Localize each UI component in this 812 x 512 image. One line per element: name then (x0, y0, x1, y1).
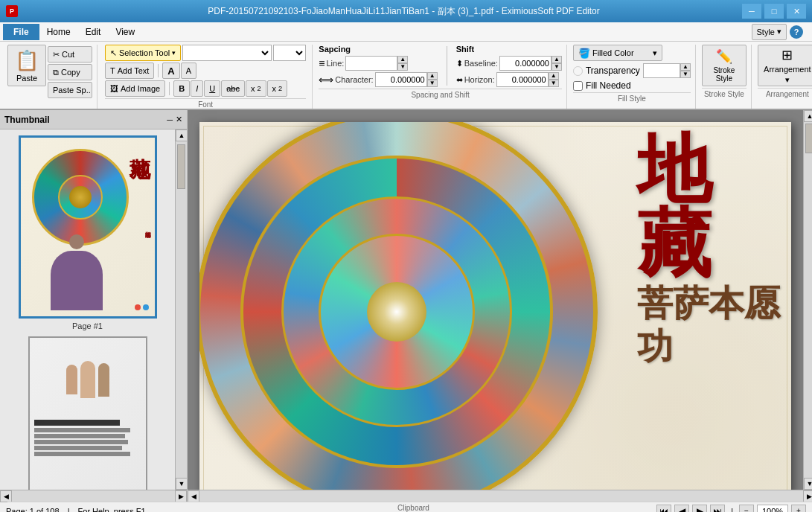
text-icon: T (110, 66, 115, 75)
add-image-button[interactable]: 🖼 Add Image (105, 80, 165, 97)
mandala-container (199, 122, 639, 490)
copy-label: Copy (61, 68, 80, 77)
shift-label: Shift (456, 45, 562, 54)
page2-image: 目录 (28, 336, 147, 490)
character-input[interactable]: 0.000000 (375, 72, 427, 87)
thumbnail-controls: ─ ✕ (167, 115, 182, 124)
cut-button[interactable]: ✂ Cut (48, 46, 92, 63)
maximize-button[interactable]: □ (764, 4, 784, 19)
baseline-input[interactable]: 0.000000 (499, 56, 552, 71)
horizon-down-button[interactable]: ▼ (549, 80, 559, 87)
fill-needed-checkbox[interactable] (573, 81, 583, 91)
copy-button[interactable]: ⧉ Copy (48, 64, 92, 80)
superscript-button[interactable]: x2 (267, 80, 288, 97)
paste-special-button[interactable]: Paste Sp.. (48, 82, 92, 98)
thumbnail-page2[interactable]: 目录 (6, 336, 169, 490)
paste-button[interactable]: 📋 Paste (7, 45, 46, 86)
main-scroll-up[interactable]: ▲ (804, 110, 812, 122)
copy-icon: ⧉ (53, 68, 59, 77)
style-dropdown-button[interactable]: Style ▾ (752, 24, 787, 40)
stroke-style-group: ✏️ StrokeStyle Stroke Style (697, 45, 752, 109)
spacing-group-label: Spacing and Shift (319, 89, 562, 99)
transparency-spinner: ▲ ▼ (643, 63, 691, 78)
cursor-icon: ↖ (110, 48, 117, 58)
thumb-scroll-up[interactable]: ▲ (176, 129, 187, 141)
thumb-h-left[interactable]: ◀ (0, 490, 12, 502)
selection-dropdown-arrow: ▾ (172, 49, 176, 57)
title-bar: P PDF-20150721092103-FoJiaoManHuaJiLi11J… (0, 0, 812, 22)
horizon-input[interactable]: 0.000000 (496, 72, 549, 87)
file-menu-button[interactable]: File (3, 24, 39, 40)
main-scroll-thumb[interactable] (805, 124, 812, 153)
stroke-style-button[interactable]: ✏️ StrokeStyle (702, 45, 747, 86)
filled-color-button[interactable]: 🪣 Filled Color ▾ (573, 45, 662, 61)
filled-color-content: 🪣 Filled Color (578, 48, 634, 59)
thumbnail-vscroll[interactable]: ▲ ▼ (175, 129, 187, 490)
thumbnail-panel: Thumbnail ─ ✕ 地藏 菩薩本願功德 (0, 110, 188, 502)
font-size-select[interactable] (273, 45, 306, 61)
fill-style-label: Fill Style (573, 92, 691, 103)
style-label: Style (757, 28, 775, 36)
minimize-button[interactable]: ─ (742, 4, 761, 19)
arrangement-icon: ⊞ (781, 47, 793, 63)
thumb-scroll-thumb[interactable] (177, 144, 185, 189)
font-family-select[interactable] (182, 45, 272, 61)
thumbnail-page1[interactable]: 地藏 菩薩本願功德 (6, 135, 169, 330)
paste-special-label: Paste Sp.. (53, 86, 91, 95)
page1-label: Page #1 (72, 321, 103, 330)
thumbnail-list: 地藏 菩薩本願功德 (0, 129, 175, 490)
selection-tool-button[interactable]: ↖ Selection Tool ▾ (105, 45, 181, 61)
add-image-label: Add Image (121, 84, 160, 93)
edit-group: ↖ Selection Tool ▾ T Add Text A A (99, 45, 313, 109)
transparency-up-button[interactable]: ▲ (680, 63, 691, 71)
thumb-scroll-down[interactable]: ▼ (176, 478, 187, 490)
character-up-button[interactable]: ▲ (427, 72, 438, 80)
baseline-up-button[interactable]: ▲ (552, 56, 562, 63)
transparency-radio[interactable] (573, 66, 583, 76)
main-scroll-track (804, 122, 812, 478)
thumbnail-close-button[interactable]: ✕ (176, 115, 182, 124)
subscript-button[interactable]: x2 (246, 80, 266, 97)
close-button[interactable]: ✕ (787, 4, 806, 19)
main-vscroll[interactable]: ▲ ▼ (803, 110, 812, 490)
line-up-button[interactable]: ▲ (397, 56, 408, 63)
baseline-spinner: 0.000000 ▲ ▼ (499, 56, 562, 71)
clipboard-label: Clipboard (7, 502, 812, 512)
cut-icon: ✂ (53, 50, 60, 60)
thumbnail-scroll-area: 地藏 菩薩本願功德 (0, 129, 187, 490)
main-h-right[interactable]: ▶ (803, 490, 812, 502)
mandala-outer (199, 122, 598, 490)
view-menu-item[interactable]: View (108, 24, 142, 40)
transparency-input[interactable] (643, 63, 680, 78)
add-text-button[interactable]: T Add Text (105, 63, 154, 79)
main-h-left[interactable]: ◀ (188, 490, 199, 502)
home-menu-item[interactable]: Home (39, 24, 78, 40)
edit-menu-item[interactable]: Edit (78, 24, 109, 40)
transparency-down-button[interactable]: ▼ (680, 71, 691, 78)
bold-button[interactable]: B (173, 80, 190, 97)
help-icon[interactable]: ? (790, 25, 803, 39)
thumbnail-pin-button[interactable]: ─ (167, 115, 173, 124)
ribbon-area: 📋 Paste ✂ Cut ⧉ Copy Paste Sp.. Clipboar… (0, 42, 812, 110)
italic-button[interactable]: I (191, 80, 203, 97)
clipboard-group: 📋 Paste ✂ Cut ⧉ Copy Paste Sp.. Clipboar… (3, 45, 97, 109)
increase-font-button[interactable]: A (162, 63, 179, 79)
image-icon: 🖼 (110, 84, 118, 93)
pdf-area[interactable]: 地 藏 菩萨本愿 功 (188, 110, 803, 490)
pdf-page: 地 藏 菩萨本愿 功 (199, 122, 791, 490)
underline-button[interactable]: U (204, 80, 220, 97)
line-input[interactable] (345, 56, 397, 71)
thumbnail-title: Thumbnail (4, 115, 50, 125)
arrangement-label: Arrangement (764, 65, 811, 74)
character-down-button[interactable]: ▼ (427, 80, 438, 87)
add-text-label: Add Text (118, 66, 150, 75)
thumb-h-right[interactable]: ▶ (175, 490, 187, 502)
strikethrough-button[interactable]: abc (221, 80, 245, 97)
arrangement-button[interactable]: ⊞ Arrangement ▾ (758, 45, 812, 86)
horizon-up-button[interactable]: ▲ (549, 72, 559, 80)
baseline-down-button[interactable]: ▼ (552, 63, 562, 71)
line-down-button[interactable]: ▼ (397, 63, 408, 71)
decrease-font-button[interactable]: A (181, 63, 196, 79)
main-scroll-down[interactable]: ▼ (804, 478, 812, 490)
window-controls: ─ □ ✕ (742, 4, 806, 19)
